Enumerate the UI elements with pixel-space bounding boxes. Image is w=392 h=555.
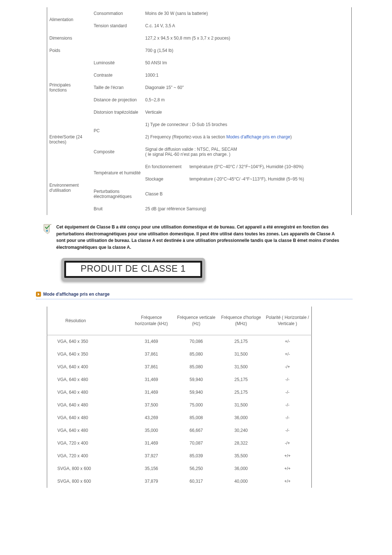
cell: 25,175	[219, 335, 263, 348]
spec-value: Diagonale 15" ~ 60"	[143, 81, 352, 94]
cat-alimentation: Alimentation	[47, 7, 92, 32]
col-clock: Fréquence d'horloge (MHz)	[219, 307, 263, 335]
text: )	[290, 134, 292, 139]
spec-label: Distance de projection	[91, 94, 143, 106]
cell: 43,269	[129, 412, 174, 424]
note-text: Cet équipement de Classe B a été conçu p…	[56, 224, 343, 251]
cell: 37,500	[129, 399, 174, 412]
cell: -/-	[264, 373, 312, 386]
cell: 37,861	[129, 348, 174, 361]
cell: 31,469	[129, 386, 174, 399]
cell: 85,039	[174, 450, 219, 462]
table-row: VGA, 640 x 48031,46959,94025,175-/-	[47, 373, 312, 386]
cell: 31,500	[219, 348, 263, 361]
table-row: SVGA, 800 x 60035,15656,25036,000+/+	[47, 462, 312, 475]
spec-value: 2) Frequency (Reportez-vous à la section…	[143, 131, 352, 143]
spec-value: 25 dB (par référence Samsung)	[143, 203, 352, 215]
cat-env: Environnement d'utilisation	[47, 161, 92, 215]
cell: VGA, 640 x 480	[47, 412, 129, 424]
cell: 37,879	[129, 475, 174, 488]
col-vfreq: Fréquence verticale (Hz)	[174, 307, 219, 335]
cell: +/-	[264, 348, 312, 361]
spec-value: Signal de diffusion valide : NTSC, PAL, …	[143, 143, 352, 161]
cell: 31,469	[129, 335, 174, 348]
spec-label	[91, 32, 143, 44]
cell: -/-	[264, 399, 312, 412]
table-row: VGA, 640 x 40037,86185,08031,500-/+	[47, 361, 312, 373]
spec-table: Alimentation Consommation Moins de 30 W …	[47, 7, 352, 215]
spec-label: Distorsion trapézoïdale	[91, 106, 143, 118]
cell: VGA, 720 x 400	[47, 450, 129, 462]
cell: VGA, 640 x 480	[47, 424, 129, 437]
cell: 85,008	[174, 412, 219, 424]
cell: 35,156	[129, 462, 174, 475]
cell: 31,500	[219, 399, 263, 412]
class-b-note: Cet équipement de Classe B a été conçu p…	[43, 224, 352, 251]
cell: 75,000	[174, 399, 219, 412]
modes-section-header: Mode d'affichage pris en charge	[36, 291, 352, 299]
table-row: VGA, 720 x 40031,46970,08728,322-/+	[47, 437, 312, 450]
spec-label: Tension standard	[91, 20, 143, 32]
table-row: VGA, 640 x 48037,50075,00031,500-/-	[47, 399, 312, 412]
cell: 31,469	[129, 437, 174, 450]
cell: +/+	[264, 462, 312, 475]
cell: 25,175	[219, 373, 263, 386]
table-row: VGA, 640 x 48043,26985,00836,000-/-	[47, 412, 312, 424]
cell: -/-	[264, 412, 312, 424]
class1-plate: PRODUIT DE CLASSE 1	[61, 258, 205, 281]
cell: 66,667	[174, 424, 219, 437]
spec-value: 50 ANSI lm	[143, 57, 352, 69]
arrow-bullet-icon	[36, 292, 41, 297]
spec-value: 127,2 x 94,5 x 50,8 mm (5 x 3,7 x 2 pouc…	[143, 32, 352, 44]
cell: VGA, 640 x 480	[47, 386, 129, 399]
cell: 31,469	[129, 373, 174, 386]
col-resolution: Résolution	[47, 307, 129, 335]
text: 2) Frequency (Reportez-vous à la section	[145, 134, 226, 139]
spec-value: C.c. 14 V, 3,5 A	[143, 20, 352, 32]
spec-label: Composite	[91, 143, 143, 161]
cell: 36,000	[219, 412, 263, 424]
spec-value: température (-20°C~45°C/ -4°F~113°F), Hu…	[187, 173, 352, 185]
cell: 59,940	[174, 373, 219, 386]
cell: 36,000	[219, 462, 263, 475]
cell: +/+	[264, 475, 312, 488]
spec-value: température (0°C~40°C / 32°F~104°F), Hum…	[187, 161, 352, 173]
spec-label: Contraste	[91, 69, 143, 81]
table-row: SVGA, 800 x 60037,87960,31740,000+/+	[47, 475, 312, 488]
cell: VGA, 640 x 350	[47, 335, 129, 348]
spec-value: 700 g (1,54 lb)	[143, 44, 352, 57]
cat-io: Entrée/Sortie (24 broches)	[47, 118, 92, 161]
modes-link[interactable]: Modes d'affichage pris en charge	[226, 134, 290, 139]
spec-value: 0,5~2,8 m	[143, 94, 352, 106]
table-row: VGA, 720 x 40037,92785,03935,500+/+	[47, 450, 312, 462]
table-row: VGA, 640 x 35037,86185,08031,500+/-	[47, 348, 312, 361]
cell: 37,927	[129, 450, 174, 462]
spec-value: Moins de 30 W (sans la batterie)	[143, 7, 352, 20]
cell: 70,087	[174, 437, 219, 450]
cell: 30,240	[219, 424, 263, 437]
spec-value: Classe B	[143, 185, 352, 203]
cell: 28,322	[219, 437, 263, 450]
spec-sublabel: Stockage	[143, 173, 187, 185]
cell: -/-	[264, 424, 312, 437]
cell: VGA, 640 x 480	[47, 373, 129, 386]
plate-label: PRODUIT DE CLASSE 1	[81, 263, 186, 274]
spec-value: 1000:1	[143, 69, 352, 81]
spec-label: Bruit	[91, 203, 143, 215]
cell: -/-	[264, 386, 312, 399]
cell: -/+	[264, 361, 312, 373]
cell: 60,317	[174, 475, 219, 488]
cell: 70,086	[174, 335, 219, 348]
cell: +/+	[264, 450, 312, 462]
cell: SVGA, 800 x 600	[47, 475, 129, 488]
table-row: VGA, 640 x 48031,46959,94025,175-/-	[47, 386, 312, 399]
section-title: Mode d'affichage pris en charge	[43, 291, 110, 297]
cell: 37,861	[129, 361, 174, 373]
spec-value: 1) Type de connecteur : D-Sub 15 broches	[143, 118, 352, 131]
cell: +/-	[264, 335, 312, 348]
spec-label: Consommation	[91, 7, 143, 20]
spec-sublabel: En fonctionnement	[143, 161, 187, 173]
cell: VGA, 640 x 400	[47, 361, 129, 373]
spec-label: Taille de l'écran	[91, 81, 143, 94]
svg-point-0	[46, 230, 48, 232]
